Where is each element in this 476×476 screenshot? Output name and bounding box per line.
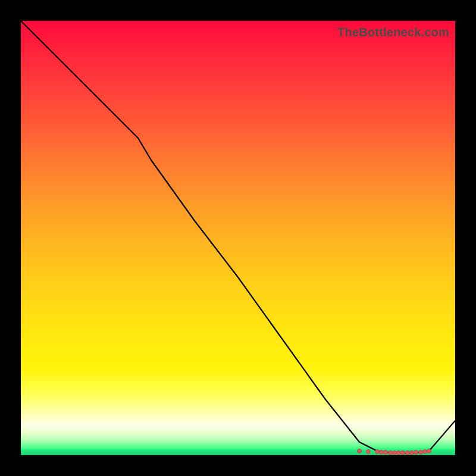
min-zone-markers: [358, 449, 431, 455]
chart-svg: [21, 21, 455, 455]
svg-point-7: [397, 451, 401, 455]
svg-point-12: [419, 450, 423, 455]
svg-point-8: [401, 451, 405, 455]
svg-point-2: [375, 450, 380, 454]
chart-container: TheBottleneck.com: [0, 0, 476, 476]
svg-point-6: [393, 451, 397, 455]
svg-point-0: [358, 449, 362, 453]
svg-point-10: [410, 451, 414, 455]
svg-point-5: [389, 451, 393, 455]
svg-point-1: [367, 450, 371, 454]
svg-point-11: [414, 450, 418, 455]
plot-area: TheBottleneck.com: [21, 21, 455, 455]
svg-point-4: [384, 450, 388, 455]
watermark-text: TheBottleneck.com: [337, 26, 449, 39]
svg-point-13: [423, 450, 427, 454]
svg-point-3: [380, 450, 384, 455]
svg-point-9: [406, 451, 410, 455]
svg-point-14: [427, 449, 431, 453]
bottleneck-curve: [21, 21, 455, 453]
